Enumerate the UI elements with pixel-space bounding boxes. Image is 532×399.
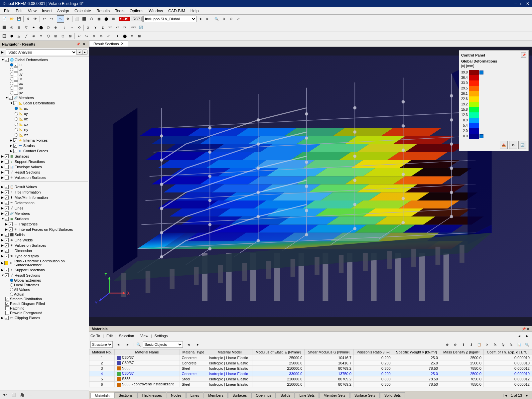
surf-checkbox[interactable]: [5, 154, 9, 158]
tb2-btn11[interactable]: ⟲: [75, 24, 83, 31]
mm-checkbox[interactable]: [5, 196, 9, 200]
mem2-checkbox[interactable]: [5, 211, 9, 215]
tab-linesets[interactable]: Line Sets: [295, 392, 319, 398]
ld-checkbox[interactable]: [13, 101, 17, 105]
tb2-btn12[interactable]: 🔄: [137, 24, 145, 31]
menu-results[interactable]: Results: [94, 8, 112, 14]
ld-uz-radio[interactable]: [15, 117, 18, 121]
nav-rs2-header[interactable]: ▼ ╱ Result Sections: [1, 273, 88, 278]
tab-solids[interactable]: Solids: [276, 392, 295, 398]
tb2-btn1[interactable]: ⬛: [1, 24, 8, 31]
nav-strains-header[interactable]: ▶ 〜 Strains: [1, 143, 88, 148]
nav-u-total[interactable]: |u|: [1, 63, 88, 67]
tb-btn12[interactable]: ⤢: [235, 15, 242, 23]
menu-window[interactable]: Window: [146, 8, 166, 14]
tb-print[interactable]: 🖨: [24, 15, 32, 23]
uz-radio[interactable]: [10, 77, 13, 80]
tb3-btn8[interactable]: ⊞: [52, 33, 59, 40]
vs-checkbox[interactable]: [5, 176, 9, 180]
filter-prev2[interactable]: ◄: [185, 341, 192, 348]
tb-btn6[interactable]: ▦: [95, 15, 102, 23]
dim-checkbox[interactable]: [5, 249, 9, 253]
nav-pin-icon[interactable]: 📌: [75, 42, 81, 47]
if-checkbox[interactable]: [13, 138, 17, 142]
table-row[interactable]: 6 S355 - controventi instabilizzanti Ste…: [89, 382, 532, 387]
analysis-type-combo[interactable]: Static Analysis: [6, 49, 77, 55]
tb2-iso[interactable]: ISO: [130, 24, 137, 31]
menu-assign[interactable]: Assign: [55, 8, 72, 14]
tb-undo[interactable]: ↩: [41, 15, 48, 23]
vos2-checkbox[interactable]: [5, 243, 9, 247]
mat-search[interactable]: 🔍: [523, 341, 531, 348]
tb3-btn17[interactable]: ⬤: [121, 33, 128, 40]
phiz-radio[interactable]: [10, 91, 13, 94]
members-checkbox[interactable]: [9, 96, 13, 100]
tab-materials[interactable]: Materials: [90, 393, 114, 398]
mat-ab10[interactable]: 📊: [515, 341, 523, 348]
close-btn[interactable]: ✕: [526, 1, 529, 6]
menu-calculate[interactable]: Calculate: [72, 8, 94, 14]
nav-result-values-header[interactable]: ▶ 📋 Result Values: [1, 184, 88, 190]
tb3-btn11[interactable]: ↩: [75, 33, 83, 40]
nav-ld-phiy[interactable]: 📐 φy: [1, 127, 88, 132]
cp-pin-btn[interactable]: 📌: [521, 53, 526, 58]
ld-phix-radio[interactable]: [15, 123, 18, 126]
nav-linewelds-header[interactable]: ▶ ⊕ Line Welds: [1, 237, 88, 243]
tab-lines[interactable]: Lines: [186, 392, 203, 398]
tb2-xz[interactable]: XZ: [114, 24, 121, 31]
mat-close-btn[interactable]: ✕: [527, 327, 529, 331]
ifr-checkbox[interactable]: [9, 227, 13, 231]
nav-btn2[interactable]: ⬜: [10, 391, 17, 398]
lw-checkbox[interactable]: [5, 238, 9, 242]
tb3-btn4[interactable]: ╱: [23, 33, 30, 40]
sol-checkbox[interactable]: [5, 233, 9, 237]
tab-openings[interactable]: Openings: [251, 392, 276, 398]
tb-redo[interactable]: ↪: [48, 15, 55, 23]
nav-btn1[interactable]: 👁: [1, 391, 9, 398]
tb-new[interactable]: 📄: [1, 15, 8, 23]
cp-settings-btn[interactable]: ⚙: [509, 141, 517, 149]
nav-maxmin-header[interactable]: ▶ ⬆ Max/Min Information: [1, 195, 88, 200]
ux-radio[interactable]: [10, 68, 13, 71]
ti-checkbox[interactable]: [5, 190, 9, 194]
tb-btn10[interactable]: ⊕: [220, 15, 227, 23]
cf-checkbox[interactable]: [13, 149, 17, 153]
nav-draw-foreground[interactable]: Draw in Foreground: [1, 311, 88, 315]
ld-phiz-radio[interactable]: [15, 133, 18, 137]
uy-radio[interactable]: [10, 72, 13, 76]
mat-ab5[interactable]: 📋: [475, 341, 483, 348]
tb3-btn15[interactable]: ⤢: [105, 33, 112, 40]
tab-nodes[interactable]: Nodes: [167, 392, 186, 398]
tb-btn7[interactable]: ⬤: [102, 15, 110, 23]
phix-cb[interactable]: [14, 81, 18, 85]
tb3-btn19[interactable]: ⊞: [136, 33, 143, 40]
nav-global-extremes[interactable]: Global Extremes: [1, 278, 88, 283]
clip-checkbox[interactable]: [5, 316, 9, 320]
nav-btn3[interactable]: 🎥: [19, 391, 26, 398]
nav-vos2-header[interactable]: ▶ ✳ Values on Surfaces: [1, 243, 88, 248]
nav-members2-header[interactable]: ▶ 🔗 Members: [1, 211, 88, 216]
nav-prev-btn[interactable]: ◄: [77, 50, 82, 55]
tb-btn8[interactable]: ⊞: [110, 15, 117, 23]
tb-btn9[interactable]: 🔍: [213, 15, 220, 23]
tb3-btn1[interactable]: 🔲: [1, 33, 8, 40]
le-radio[interactable]: [10, 283, 13, 287]
tab-surfacesets[interactable]: Surface Sets: [350, 392, 380, 398]
tb-open[interactable]: 📂: [8, 15, 15, 23]
phix-radio[interactable]: [10, 82, 13, 85]
table-row[interactable]: 5 S355 Steel Isotropic | Linear Elastic …: [89, 376, 532, 382]
tb3-btn5[interactable]: ⊗: [30, 33, 37, 40]
nav-members-header[interactable]: ▼ 🔗 Members: [1, 95, 88, 100]
phiy-radio[interactable]: [10, 86, 13, 90]
mat-ab4[interactable]: ⬇: [467, 341, 475, 348]
nav-ld-uy[interactable]: 📐 uy: [1, 111, 88, 116]
mat-pin-btn[interactable]: 📌: [522, 327, 526, 331]
traj-checkbox[interactable]: [9, 222, 13, 226]
tb3-btn16[interactable]: ✦: [114, 33, 121, 40]
ld-uy-radio[interactable]: [15, 112, 18, 115]
table-row[interactable]: 2 C30/37 Concrete Isotropic | Linear Ela…: [89, 360, 532, 366]
mat-btn1[interactable]: ◄: [516, 332, 523, 339]
sr2-checkbox[interactable]: [5, 268, 9, 272]
phiz-cb[interactable]: [14, 91, 18, 95]
nav-phiz[interactable]: φz: [1, 90, 88, 95]
